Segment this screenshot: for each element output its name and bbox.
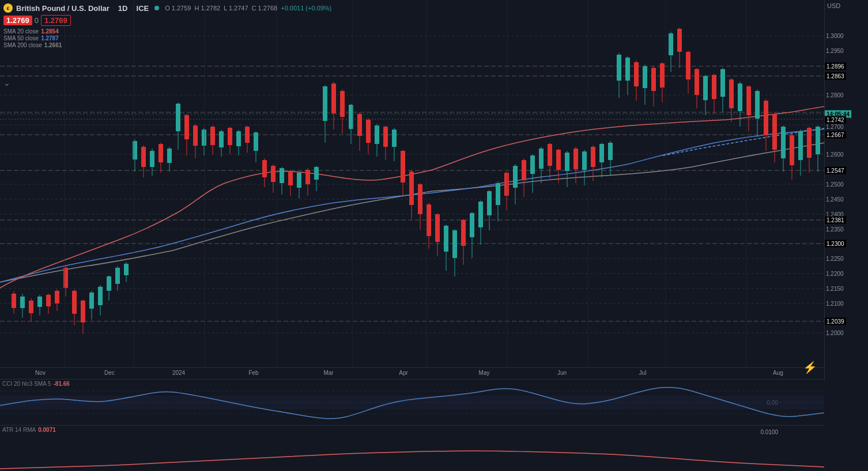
price-2896-box: 1.2896 [825, 63, 846, 70]
svg-rect-201 [772, 114, 777, 150]
svg-rect-161 [599, 144, 604, 162]
cci-panel: CCI 20 hlc3 SMA 5 -81.66 0.00 [0, 379, 824, 425]
price-2700: 1.2700 [826, 124, 844, 130]
price-box-outline[interactable]: 1.2769 [41, 15, 71, 26]
x-label-dec: Dec [104, 370, 115, 376]
svg-rect-27 [20, 297, 25, 308]
svg-rect-181 [686, 52, 690, 79]
svg-rect-131 [470, 213, 474, 237]
svg-rect-127 [452, 230, 457, 258]
svg-rect-99 [331, 83, 336, 113]
svg-rect-105 [357, 114, 362, 136]
price-2200: 1.2200 [826, 271, 844, 277]
currency-label: USD [827, 2, 840, 9]
timeframe-label: 1D [118, 4, 128, 13]
svg-rect-97 [323, 86, 327, 121]
svg-rect-41 [81, 301, 85, 322]
svg-rect-137 [496, 183, 500, 205]
collapse-arrow[interactable]: ⌄ [3, 78, 10, 88]
x-label-nov: Nov [35, 370, 46, 376]
svg-rect-95 [314, 167, 319, 180]
price-2039-box: 1.2039 [825, 318, 846, 325]
svg-rect-79 [245, 127, 250, 143]
svg-rect-91 [297, 173, 301, 188]
x-label-2024: 2024 [172, 370, 185, 376]
svg-rect-51 [124, 264, 129, 275]
svg-rect-59 [158, 144, 163, 162]
svg-rect-85 [271, 166, 276, 182]
lightning-icon[interactable]: ⚡ [803, 360, 817, 374]
svg-rect-175 [660, 63, 665, 88]
svg-rect-139 [504, 173, 509, 196]
svg-rect-89 [288, 172, 293, 185]
svg-rect-189 [720, 69, 725, 97]
svg-rect-31 [37, 297, 42, 307]
sma50-val: 1.2787 [41, 35, 59, 41]
x-label-feb: Feb [248, 370, 258, 376]
svg-rect-185 [703, 76, 708, 100]
ohlc-open: O 1.2759 [165, 5, 191, 12]
svg-rect-195 [746, 86, 751, 115]
svg-rect-123 [435, 214, 440, 242]
x-label-apr: Apr [399, 370, 408, 376]
price-3000: 1.3000 [826, 33, 844, 39]
svg-rect-39 [72, 291, 77, 314]
x-axis: Nov Dec 2024 Feb Mar Apr May Jun Jul Aug [0, 367, 824, 379]
ohlc-high: H 1.2782 [194, 5, 220, 12]
svg-rect-211 [816, 127, 820, 154]
qty-label: 0 [35, 16, 39, 25]
svg-rect-109 [375, 126, 379, 144]
svg-rect-157 [582, 151, 587, 170]
svg-rect-43 [89, 293, 94, 309]
svg-rect-145 [530, 155, 535, 174]
atr-panel: ATR 14 RMA 0.0071 0.0100 [0, 425, 824, 471]
price-2600: 1.2600 [826, 151, 844, 158]
sma20-label: SMA 20 close [3, 28, 39, 35]
x-label-jul: Jul [639, 370, 647, 376]
svg-rect-67 [193, 126, 198, 146]
svg-rect-121 [427, 204, 431, 236]
svg-rect-63 [176, 104, 180, 131]
chart-container: £ British Pound / U.S. Dollar · 1D · ICE… [0, 0, 868, 471]
svg-rect-199 [764, 101, 768, 135]
svg-rect-193 [738, 83, 742, 111]
svg-rect-129 [461, 220, 466, 246]
svg-rect-143 [522, 160, 526, 180]
sma50-label: SMA 50 close [3, 35, 39, 41]
price-2500: 1.2500 [826, 181, 844, 188]
svg-rect-163 [608, 143, 613, 160]
svg-rect-119 [418, 184, 422, 214]
svg-rect-65 [184, 115, 189, 139]
svg-rect-147 [539, 149, 544, 169]
price-2250: 1.2250 [826, 256, 844, 262]
svg-rect-101 [340, 91, 345, 117]
svg-rect-111 [383, 127, 388, 147]
price-box-red[interactable]: 1.2769 [3, 16, 32, 25]
svg-rect-29 [29, 301, 33, 313]
svg-rect-55 [141, 147, 146, 167]
price-2667-box: 1.2667 [825, 131, 846, 139]
svg-rect-45 [98, 287, 103, 305]
price-2547-box: 1.2547 [825, 167, 846, 174]
svg-rect-115 [401, 151, 405, 183]
svg-rect-205 [790, 135, 794, 165]
svg-rect-167 [625, 58, 630, 81]
connection-icon [154, 6, 159, 10]
price-2350: 1.2350 [826, 226, 844, 233]
svg-rect-25 [12, 294, 16, 308]
price-2000: 1.2000 [826, 330, 844, 336]
svg-rect-53 [133, 141, 137, 159]
sma20-val: 1.2854 [41, 28, 59, 35]
svg-rect-149 [548, 144, 552, 166]
price-chart [0, 0, 824, 380]
svg-rect-61 [167, 149, 172, 163]
svg-rect-151 [556, 150, 561, 170]
svg-rect-187 [712, 75, 716, 99]
ohlc-close: C 1.2768 [252, 5, 278, 12]
x-label-jun: Jun [557, 370, 567, 376]
sma200-label: SMA 200 close [3, 42, 42, 48]
price-2300-box: 1.2300 [825, 240, 846, 248]
svg-rect-155 [573, 149, 578, 169]
separator2: · [131, 5, 133, 12]
svg-rect-141 [513, 166, 518, 188]
